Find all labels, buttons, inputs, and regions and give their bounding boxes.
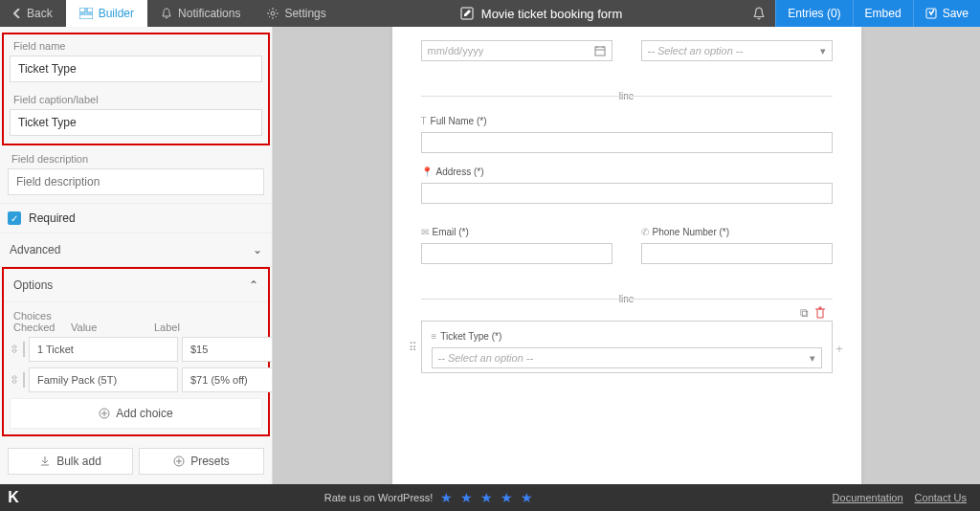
top-nav: Back Builder Notifications Settings Movi… <box>0 0 980 27</box>
embed-button[interactable]: Embed <box>853 0 913 27</box>
field-label-email: Email (*) <box>433 227 469 237</box>
bell-icon <box>161 8 172 19</box>
entries-button[interactable]: Entries (0) <box>775 0 852 27</box>
save-button[interactable]: Save <box>913 0 980 27</box>
alert-bell[interactable] <box>743 7 775 20</box>
presets-button[interactable]: Presets <box>139 448 264 475</box>
accordion-advanced[interactable]: Advanced ⌄ <box>0 233 272 267</box>
field-caption-input[interactable] <box>10 109 262 136</box>
col-value: Value <box>65 322 148 333</box>
gear-icon <box>267 8 278 19</box>
embed-label: Embed <box>865 7 902 20</box>
field-label-tickettype: Ticket Type (*) <box>440 331 501 342</box>
options-label: Options <box>13 278 53 292</box>
address-input[interactable] <box>421 183 833 204</box>
field-label-phone: Phone Number (*) <box>653 227 730 237</box>
svg-rect-0 <box>79 8 85 12</box>
rate-label: Rate us on WordPress! <box>324 492 434 503</box>
footer: K Rate us on WordPress! ★ ★ ★ ★ ★ Docume… <box>0 484 980 511</box>
highlight-box-name: Field name Field caption/label <box>2 33 270 145</box>
tab-settings[interactable]: Settings <box>254 0 339 27</box>
col-checked: Checked <box>13 322 65 333</box>
save-icon <box>925 8 937 19</box>
pin-icon: 📍 <box>421 167 433 177</box>
calendar-icon <box>594 45 606 56</box>
phone-icon: ✆ <box>641 227 649 237</box>
chevron-down-icon: ▾ <box>820 45 826 57</box>
field-label-address: Address (*) <box>436 167 484 177</box>
checkbox-required[interactable]: ✓ <box>8 211 21 225</box>
add-choice-button[interactable]: Add choice <box>10 398 262 429</box>
chevron-up-icon: ⌃ <box>249 278 258 292</box>
doc-link[interactable]: Documentation <box>833 492 903 503</box>
divider <box>421 96 833 97</box>
selected-field-wrapper[interactable]: ⠿ ＋ ⧉ ≡Ticket Type (*) -- Select an opti… <box>421 321 833 373</box>
choices-header: Checked Value Label <box>10 322 262 337</box>
required-row[interactable]: ✓ Required <box>0 203 272 233</box>
choice-row: ⇳ <box>10 367 262 392</box>
plus-circle-icon <box>99 408 110 419</box>
col-label: Label <box>148 322 232 333</box>
field-name-input[interactable] <box>10 56 262 82</box>
tickettype-select[interactable]: -- Select an option -- ▾ <box>432 347 822 368</box>
field-desc-label: Field description <box>8 151 264 168</box>
select-placeholder: -- Select an option -- <box>648 45 744 56</box>
chevron-down-icon: ⌄ <box>253 243 262 256</box>
download-icon <box>39 455 51 467</box>
edit-icon[interactable] <box>460 7 474 20</box>
choice-checkbox[interactable] <box>23 342 25 357</box>
tab-notifications[interactable]: Notifications <box>147 0 254 27</box>
choice-value-input[interactable] <box>29 337 178 362</box>
bulk-add-label: Bulk add <box>56 455 101 468</box>
drag-handle-icon[interactable]: ⠿ <box>409 341 417 354</box>
field-label-fullname: Full Name (*) <box>431 116 487 126</box>
select-input[interactable]: -- Select an option -- ▾ <box>641 40 833 61</box>
action-group: Entries (0) Embed Save <box>775 0 980 27</box>
rating-stars[interactable]: ★ ★ ★ ★ ★ <box>440 490 535 505</box>
presets-label: Presets <box>190 455 230 468</box>
back-button[interactable]: Back <box>0 0 66 27</box>
brand-logo[interactable]: K <box>0 489 27 506</box>
choices-title: Choices <box>10 308 262 322</box>
svg-point-3 <box>271 11 275 15</box>
choice-label-input[interactable] <box>182 367 273 392</box>
field-name-label: Field name <box>10 38 262 56</box>
notifications-label: Notifications <box>178 7 240 20</box>
email-input[interactable] <box>421 243 612 264</box>
save-label: Save <box>943 7 969 20</box>
entries-label: Entries (0) <box>788 7 840 20</box>
add-choice-label: Add choice <box>116 407 172 420</box>
field-desc-input[interactable] <box>8 168 264 195</box>
choice-label-input[interactable] <box>182 337 273 362</box>
drag-handle-icon[interactable]: ⇳ <box>10 373 19 387</box>
choice-value-input[interactable] <box>29 367 178 392</box>
add-column-icon[interactable]: ＋ <box>834 341 845 357</box>
required-label: Required <box>29 211 76 225</box>
settings-label: Settings <box>284 7 325 20</box>
date-input[interactable]: mm/dd/yyyy <box>421 40 612 61</box>
field-settings-panel: Field name Field caption/label Field des… <box>0 27 273 484</box>
bell-icon <box>752 7 766 20</box>
tab-builder[interactable]: Builder <box>66 0 147 27</box>
choice-row: ⇳ <box>10 337 262 362</box>
copy-icon[interactable]: ⧉ <box>800 306 809 320</box>
builder-label: Builder <box>99 7 134 20</box>
list-icon: ≡ <box>432 331 437 342</box>
drag-handle-icon[interactable]: ⇳ <box>10 343 19 356</box>
form-title[interactable]: Movie ticket booking form <box>481 7 622 21</box>
back-label: Back <box>27 7 53 20</box>
svg-rect-2 <box>79 14 93 19</box>
plus-circle-icon <box>173 455 185 467</box>
choice-checkbox[interactable] <box>23 372 25 388</box>
bulk-add-button[interactable]: Bulk add <box>8 448 133 475</box>
trash-icon[interactable] <box>814 306 826 320</box>
contact-link[interactable]: Contact Us <box>915 492 967 503</box>
svg-rect-1 <box>87 8 93 12</box>
divider <box>421 299 833 300</box>
accordion-options[interactable]: Options ⌃ <box>4 269 268 302</box>
fullname-input[interactable] <box>421 132 833 153</box>
mail-icon: ✉ <box>421 227 429 237</box>
phone-input[interactable] <box>641 243 833 264</box>
highlight-box-options: Options ⌃ Choices Checked Value Label ⇳ <box>2 267 270 436</box>
text-icon: T <box>421 116 427 126</box>
